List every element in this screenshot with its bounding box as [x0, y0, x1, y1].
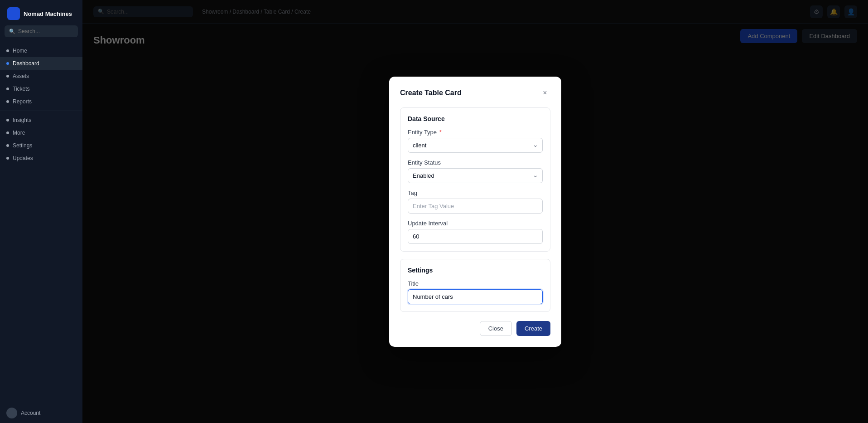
entity-status-group: Entity Status Enabled Disabled All [408, 159, 543, 183]
entity-type-label: Entity Type * [408, 129, 543, 136]
settings-section: Settings Title [400, 259, 550, 312]
title-input[interactable] [408, 289, 543, 304]
sidebar-dot [6, 100, 9, 103]
data-source-title: Data Source [408, 115, 543, 122]
sidebar-dot [6, 88, 9, 90]
sidebar-user-label: Account [21, 410, 40, 416]
update-interval-group: Update Interval [408, 220, 543, 244]
sidebar-dot [6, 131, 9, 134]
entity-status-select-wrapper: Enabled Disabled All [408, 168, 543, 183]
logo-icon [7, 7, 20, 20]
sidebar-item-more[interactable]: More [0, 126, 82, 139]
settings-title: Settings [408, 267, 543, 274]
required-marker: * [439, 129, 442, 136]
modal-footer: Close Create [400, 321, 550, 336]
logo-text: Nomad Machines [24, 10, 72, 17]
sidebar-user[interactable]: Account [0, 403, 82, 423]
entity-status-label: Entity Status [408, 159, 543, 166]
search-icon: 🔍 [9, 29, 15, 34]
create-table-card-modal: Create Table Card × Data Source Entity T… [389, 77, 561, 347]
entity-type-select-wrapper: client asset ticket user [408, 138, 543, 153]
avatar [6, 408, 17, 418]
sidebar-nav: Home Dashboard Assets Tickets Reports In… [0, 43, 82, 166]
sidebar-item-home[interactable]: Home [0, 44, 82, 57]
modal-close-btn[interactable]: Close [480, 321, 512, 336]
sidebar-item-settings[interactable]: Settings [0, 139, 82, 152]
entity-status-select[interactable]: Enabled Disabled All [408, 168, 543, 183]
sidebar-dot [6, 49, 9, 52]
sidebar-item-assets[interactable]: Assets [0, 70, 82, 83]
tag-group: Tag [408, 190, 543, 214]
modal-overlay: Create Table Card × Data Source Entity T… [82, 0, 868, 423]
title-label: Title [408, 280, 543, 287]
update-interval-input[interactable] [408, 229, 543, 244]
sidebar-item-updates[interactable]: Updates [0, 152, 82, 165]
title-group: Title [408, 280, 543, 304]
data-source-section: Data Source Entity Type * client asset t… [400, 107, 550, 252]
sidebar-logo: Nomad Machines [0, 0, 82, 25]
entity-type-select[interactable]: client asset ticket user [408, 138, 543, 153]
sidebar-item-tickets[interactable]: Tickets [0, 83, 82, 95]
sidebar-dot [6, 144, 9, 147]
modal-create-btn[interactable]: Create [516, 321, 550, 336]
sidebar-dot [6, 62, 9, 65]
sidebar-item-insights[interactable]: Insights [0, 114, 82, 126]
modal-close-button[interactable]: × [540, 88, 550, 98]
sidebar-dot [6, 75, 9, 78]
sidebar-dot [6, 119, 9, 122]
tag-input[interactable] [408, 199, 543, 214]
sidebar-item-dashboard[interactable]: Dashboard [0, 57, 82, 70]
entity-type-group: Entity Type * client asset ticket user [408, 129, 543, 153]
main-content: 🔍 Showroom / Dashboard / Table Card / Cr… [82, 0, 868, 423]
sidebar-search-input[interactable] [18, 28, 73, 34]
modal-title: Create Table Card [400, 89, 462, 97]
sidebar-dot [6, 157, 9, 160]
update-interval-label: Update Interval [408, 220, 543, 227]
tag-label: Tag [408, 190, 543, 196]
modal-header: Create Table Card × [400, 88, 550, 98]
sidebar: Nomad Machines 🔍 Home Dashboard Assets T… [0, 0, 82, 423]
sidebar-divider [0, 111, 82, 111]
sidebar-search-box[interactable]: 🔍 [5, 25, 78, 37]
sidebar-item-reports[interactable]: Reports [0, 95, 82, 108]
